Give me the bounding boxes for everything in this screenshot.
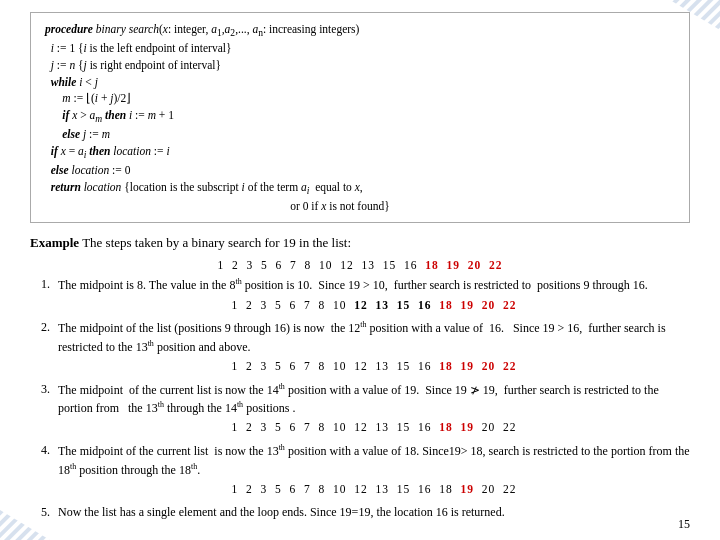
code-line-5: m := ⌊(i + j)/2⌋ [45, 90, 675, 107]
top-right-decoration [640, 0, 720, 30]
code-line-11: or 0 if x is not found} [45, 198, 675, 215]
list-content-4: The midpoint of the current list is now … [58, 442, 690, 499]
list-item: 3. The midpoint of the current list is n… [30, 381, 690, 438]
list-num-4: 4. [30, 442, 58, 499]
code-line-1: procedure binary search(x: integer, a1,a… [45, 21, 675, 40]
list-item: 2. The midpoint of the list (positions 9… [30, 319, 690, 376]
page-container: procedure binary search(x: integer, a1,a… [0, 0, 720, 540]
list-content-3: The midpoint of the current list is now … [58, 381, 690, 438]
code-line-6: if x > am then i := m + 1 [45, 107, 675, 126]
code-block: procedure binary search(x: integer, a1,a… [30, 12, 690, 223]
code-line-3: j := n {j is right endpoint of interval} [45, 57, 675, 74]
list-row-3: 1 2 3 5 6 7 8 10 12 13 15 16 18 19 20 22 [58, 419, 690, 436]
page-number: 15 [678, 517, 690, 532]
list-content-2: The midpoint of the list (positions 9 th… [58, 319, 690, 376]
list-item: 4. The midpoint of the current list is n… [30, 442, 690, 499]
list-content-5: Now the list has a single element and th… [58, 504, 690, 521]
list-content-1: The midpoint is 8. The value in the 8th … [58, 276, 690, 315]
code-line-2: i := 1 {i is the left endpoint of interv… [45, 40, 675, 57]
svg-marker-1 [670, 0, 720, 30]
list-num-3: 3. [30, 381, 58, 438]
list-num-2: 2. [30, 319, 58, 376]
bottom-left-decoration [0, 510, 80, 540]
list-item: 1. The midpoint is 8. The value in the 8… [30, 276, 690, 315]
list-item: 5. Now the list has a single element and… [30, 504, 690, 521]
list-row-2: 1 2 3 5 6 7 8 10 12 13 15 16 18 19 20 22 [58, 358, 690, 375]
list-row-1: 1 2 3 5 6 7 8 10 12 13 15 16 18 19 20 22 [58, 297, 690, 314]
example-section: Example The steps taken by a binary sear… [30, 233, 690, 521]
step-list: 1. The midpoint is 8. The value in the 8… [30, 276, 690, 521]
code-line-10: return location {location is the subscri… [45, 179, 675, 198]
code-line-4: while i < j [45, 74, 675, 91]
example-title: Example The steps taken by a binary sear… [30, 233, 690, 253]
code-line-7: else j := m [45, 126, 675, 143]
code-line-8: if x = ai then location := i [45, 143, 675, 162]
list-row-4: 1 2 3 5 6 7 8 10 12 13 15 16 18 19 20 22 [58, 481, 690, 498]
svg-marker-3 [0, 510, 50, 540]
initial-list: 1 2 3 5 6 7 8 10 12 13 15 16 18 19 20 22 [30, 257, 690, 274]
code-line-9: else location := 0 [45, 162, 675, 179]
list-num-1: 1. [30, 276, 58, 315]
